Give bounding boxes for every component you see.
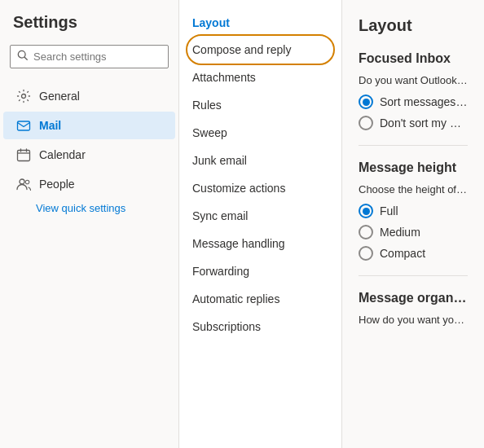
middle-nav-message-handling[interactable]: Message handling (179, 230, 341, 257)
sidebar-item-general[interactable]: General (3, 82, 175, 110)
radio-medium[interactable]: Medium (359, 225, 468, 239)
divider-2 (359, 275, 468, 276)
radio-sort-label: Sort messages into F (380, 95, 468, 108)
middle-nav-customize-actions[interactable]: Customize actions (179, 174, 341, 202)
radio-full[interactable]: Full (359, 204, 468, 218)
right-panel: Layout Focused Inbox Do you want Outlook… (342, 0, 484, 448)
search-icon (17, 50, 29, 64)
svg-line-1 (24, 57, 27, 59)
people-icon (16, 177, 31, 191)
app-title: Settings (0, 13, 178, 45)
gear-icon (16, 89, 31, 103)
radio-compact-label: Compact (380, 247, 425, 260)
middle-nav-rules[interactable]: Rules (179, 91, 341, 119)
message-org-desc: How do you want your m (359, 314, 468, 326)
middle-nav-forwarding[interactable]: Forwarding (179, 257, 341, 285)
svg-rect-4 (18, 151, 30, 161)
sidebar-item-calendar[interactable]: Calendar (3, 141, 175, 169)
middle-nav-sweep[interactable]: Sweep (179, 119, 341, 147)
middle-nav-subscriptions[interactable]: Subscriptions (179, 313, 341, 340)
compose-reply-wrapper[interactable]: Compose and reply (179, 36, 341, 64)
middle-panel: Layout Compose and reply Attachments Rul… (179, 0, 342, 448)
sidebar-item-people[interactable]: People (3, 170, 175, 198)
radio-medium-label: Medium (380, 226, 420, 239)
middle-nav-attachments[interactable]: Attachments (179, 64, 341, 91)
svg-point-8 (20, 179, 24, 184)
sidebar-item-mail[interactable]: Mail (3, 112, 175, 139)
search-box[interactable] (10, 45, 169, 68)
middle-nav-compose-reply[interactable]: Compose and reply (179, 36, 341, 64)
calendar-icon (16, 147, 31, 162)
radio-no-sort-label: Don't sort my messa (380, 116, 468, 130)
radio-compact[interactable]: Compact (359, 246, 468, 261)
sidebar-item-label-calendar: Calendar (39, 148, 86, 161)
radio-compact-circle[interactable] (359, 246, 373, 261)
view-quick-settings-link[interactable]: View quick settings (0, 199, 178, 217)
middle-panel-title: Layout (179, 0, 341, 36)
radio-no-sort-circle[interactable] (359, 116, 373, 130)
sidebar-item-label-mail: Mail (39, 119, 61, 132)
sidebar-item-label-people: People (39, 178, 75, 191)
focused-inbox-desc: Do you want Outlook to (359, 74, 468, 86)
left-panel: Settings General (0, 0, 179, 448)
svg-point-2 (22, 94, 26, 99)
middle-nav-sync-email[interactable]: Sync email (179, 202, 341, 230)
mail-icon (16, 118, 31, 133)
svg-rect-3 (18, 121, 30, 130)
message-height-desc: Choose the height of eac (359, 183, 468, 195)
radio-full-circle[interactable] (359, 204, 373, 218)
sidebar-item-label-general: General (39, 90, 80, 103)
message-height-title: Message height (359, 160, 468, 175)
radio-sort-circle[interactable] (359, 94, 373, 109)
radio-medium-circle[interactable] (359, 225, 373, 239)
radio-no-sort[interactable]: Don't sort my messa (359, 116, 468, 130)
focused-inbox-title: Focused Inbox (359, 51, 468, 66)
message-org-title: Message organizatio (359, 291, 468, 305)
right-panel-title: Layout (359, 16, 468, 35)
divider-1 (359, 145, 468, 146)
radio-full-label: Full (380, 204, 398, 217)
middle-nav-junk-email[interactable]: Junk email (179, 147, 341, 174)
radio-sort[interactable]: Sort messages into F (359, 94, 468, 109)
svg-point-9 (25, 180, 29, 184)
search-input[interactable] (33, 51, 161, 63)
middle-nav-automatic-replies[interactable]: Automatic replies (179, 285, 341, 313)
